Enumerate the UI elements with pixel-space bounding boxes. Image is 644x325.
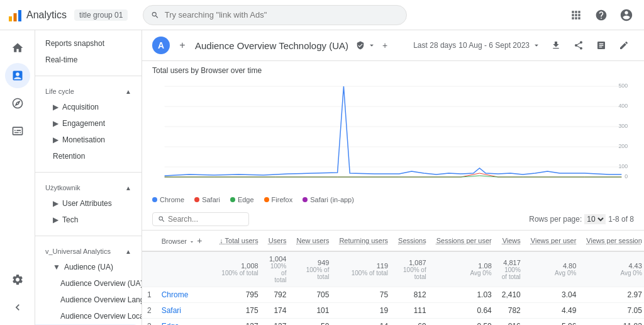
more-options-button[interactable] [591, 35, 611, 55]
sidebar-icon-home[interactable] [5, 35, 30, 60]
svg-text:31: 31 [545, 180, 550, 181]
col-header-browser-name[interactable]: Browser + [157, 231, 214, 251]
legend-dot [152, 197, 157, 202]
legend-label: Safari (in-app) [310, 196, 354, 203]
col-header-views[interactable]: Views [497, 231, 526, 251]
nav-audience-location[interactable]: Audience Overview Locati... [35, 308, 142, 324]
browser-name[interactable]: Edge [157, 319, 214, 326]
edit-button[interactable] [614, 35, 634, 55]
help-icon [595, 9, 608, 21]
expand-icon: ▶ [53, 199, 58, 208]
table-search-box[interactable] [152, 212, 249, 226]
sidebar-icon-reports[interactable] [5, 63, 30, 88]
col-header-vpu[interactable]: Views per user [526, 231, 582, 251]
nav-monetisation[interactable]: ▶ Monetisation [35, 132, 142, 148]
row-number: 2 [142, 303, 157, 319]
svg-text:19: 19 [341, 180, 347, 181]
account-icon-btn[interactable] [616, 5, 636, 25]
nav-tech[interactable]: ▶ Tech [35, 212, 142, 228]
nav-reports-snapshot[interactable]: Reports snapshot [35, 35, 142, 52]
vpu-cell: 4.49 [526, 303, 582, 319]
sidebar-icon-explore[interactable] [5, 91, 30, 116]
pagination-info: 1-8 of 8 [608, 215, 634, 224]
nav-user-header[interactable]: Użytkownik ▲ [35, 180, 142, 195]
vps-cell: 2.97 [581, 287, 644, 303]
expand-down-icon: ▼ [53, 263, 60, 271]
nav-engagement[interactable]: ▶ Engagement [35, 115, 142, 132]
help-icon-btn[interactable] [591, 5, 611, 25]
lifecycle-collapse-icon: ▲ [125, 88, 131, 95]
sessions-cell: 111 [393, 303, 431, 319]
chevron-down-icon[interactable] [367, 41, 376, 50]
nav-audience-overview[interactable]: Audience Overview (UA) [35, 275, 142, 292]
vpu-cell: 3.04 [526, 287, 582, 303]
icon-sidebar [0, 30, 35, 325]
add-comparison-button[interactable]: + [175, 38, 190, 53]
svg-text:400: 400 [618, 103, 628, 109]
sidebar-icon-settings[interactable] [5, 267, 30, 292]
new-users-cell: 101 [291, 303, 334, 319]
svg-rect-2 [18, 10, 21, 21]
export-button[interactable] [546, 35, 566, 55]
add-widget-button[interactable]: + [379, 39, 391, 52]
svg-text:01: 01 [569, 180, 575, 181]
nav-retention[interactable]: Retention [35, 148, 142, 164]
nav-user-attributes[interactable]: ▶ User Attributes [35, 195, 142, 212]
legend-item: Chrome [152, 196, 184, 203]
col-header-total-users[interactable]: ↓ Total users [214, 231, 264, 251]
nav-section-top: Reports snapshot Real-time [35, 30, 142, 73]
chrome-line [165, 86, 622, 176]
avatar: A [152, 37, 170, 54]
legend-label: Edge [238, 196, 254, 203]
expand-icon: ▶ [53, 119, 58, 128]
top-actions [566, 5, 636, 25]
add-column-button[interactable]: + [197, 234, 209, 247]
svg-text:23: 23 [409, 180, 414, 181]
totals-row: 1,008100% of total 1,004100% of total 94… [142, 251, 644, 287]
legend-item: Firefox [264, 196, 293, 203]
verified-icon [356, 41, 365, 50]
totals-vps: 4.43Avg 0% [581, 251, 644, 287]
share-icon [574, 40, 584, 50]
rows-per-page-select[interactable]: 10 25 50 [584, 214, 606, 224]
col-header-new-users[interactable]: New users [291, 231, 334, 251]
sidebar-icon-advertising[interactable] [5, 118, 30, 144]
search-area [143, 5, 551, 25]
nav-acquisition[interactable]: ▶ Acquisition [35, 99, 142, 115]
nav-audience-ua[interactable]: ▼ Audience (UA) [35, 259, 142, 275]
spu-cell: 0.64 [431, 303, 497, 319]
table-search-input[interactable] [168, 215, 243, 224]
totals-vpu: 4.80Avg 0% [526, 251, 582, 287]
main-content: A + Audience Overview Technology (UA) + … [142, 30, 644, 325]
search-box[interactable] [143, 5, 407, 25]
apps-icon-btn[interactable] [566, 5, 586, 25]
returning-cell: 19 [334, 303, 393, 319]
svg-text:11: 11 [174, 180, 180, 181]
search-input[interactable] [165, 10, 399, 20]
chart-container: 500 400 300 200 100 0 [152, 80, 634, 193]
col-header-users[interactable]: Users [264, 231, 292, 251]
nav-audience-language[interactable]: Audience Overview Langu... [35, 292, 142, 308]
col-header-returning[interactable]: Returning users [334, 231, 393, 251]
share-button[interactable] [569, 35, 589, 55]
users-cell: 174 [264, 303, 292, 319]
nav-sidebar: Reports snapshot Real-time Life cycle ▲ … [35, 30, 142, 325]
nav-lifecycle-header[interactable]: Life cycle ▲ [35, 84, 142, 99]
chart-title: Total users by Browser over time [152, 66, 634, 75]
report-title: Audience Overview Technology (UA) [195, 40, 348, 51]
nav-universal-header[interactable]: v_Universal Analytics ▲ [35, 244, 142, 259]
row-number: 1 [142, 287, 157, 303]
nav-user-section: Użytkownik ▲ ▶ User Attributes ▶ Tech [35, 175, 142, 233]
content-header: A + Audience Overview Technology (UA) + … [142, 30, 644, 61]
sidebar-icon-collapse[interactable] [5, 295, 30, 320]
totals-new-users: 949100% of total [291, 251, 334, 287]
date-dropdown-icon[interactable] [532, 41, 541, 50]
nav-realtime[interactable]: Real-time [35, 52, 142, 68]
col-header-sessions[interactable]: Sessions [393, 231, 431, 251]
chart-section: Total users by Browser over time 500 400… [142, 61, 644, 208]
browser-name[interactable]: Chrome [157, 287, 214, 303]
col-header-browser[interactable] [142, 231, 157, 251]
browser-name[interactable]: Safari [157, 303, 214, 319]
col-header-spu[interactable]: Sessions per user [431, 231, 497, 251]
col-header-vps[interactable]: Views per session [581, 231, 644, 251]
